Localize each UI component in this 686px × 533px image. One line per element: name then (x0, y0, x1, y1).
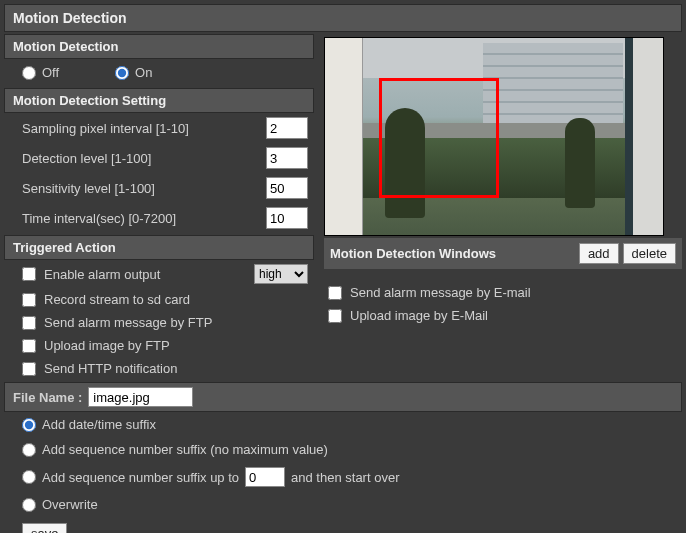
motion-window-box[interactable] (379, 78, 499, 198)
detection-label: Detection level [1-100] (22, 151, 151, 166)
send-ftp-msg-label: Send alarm message by FTP (44, 315, 212, 330)
send-http-checkbox[interactable] (22, 362, 36, 376)
filename-label: File Name : (13, 390, 82, 405)
delete-button[interactable]: delete (623, 243, 676, 264)
sampling-input[interactable] (266, 117, 308, 139)
upload-email-label: Upload image by E-Mail (350, 308, 488, 323)
send-ftp-msg-checkbox[interactable] (22, 316, 36, 330)
add-seq-upto-label-b: and then start over (291, 470, 399, 485)
add-seq-radio[interactable] (22, 443, 36, 457)
camera-preview[interactable] (324, 37, 664, 236)
add-seq-upto-radio[interactable] (22, 470, 36, 484)
motion-on-label: On (135, 65, 152, 80)
preview-label: Motion Detection Windows (330, 246, 496, 261)
time-input[interactable] (266, 207, 308, 229)
enable-alarm-label: Enable alarm output (44, 267, 160, 282)
sensitivity-input[interactable] (266, 177, 308, 199)
send-http-label: Send HTTP notification (44, 361, 177, 376)
send-email-msg-label: Send alarm message by E-mail (350, 285, 531, 300)
motion-header: Motion Detection (4, 34, 314, 59)
motion-off-label: Off (42, 65, 59, 80)
add-date-label: Add date/time suffix (42, 417, 156, 432)
add-date-radio[interactable] (22, 418, 36, 432)
record-sd-label: Record stream to sd card (44, 292, 190, 307)
send-email-msg-checkbox[interactable] (328, 286, 342, 300)
detection-input[interactable] (266, 147, 308, 169)
upload-ftp-checkbox[interactable] (22, 339, 36, 353)
add-seq-upto-input[interactable] (245, 467, 285, 487)
filename-input[interactable] (88, 387, 193, 407)
motion-on-radio[interactable] (115, 66, 129, 80)
overwrite-label: Overwrite (42, 497, 98, 512)
triggered-header: Triggered Action (4, 235, 314, 260)
upload-email-checkbox[interactable] (328, 309, 342, 323)
add-seq-upto-label-a: Add sequence number suffix up to (42, 470, 239, 485)
upload-ftp-label: Upload image by FTP (44, 338, 170, 353)
enable-alarm-checkbox[interactable] (22, 267, 36, 281)
time-label: Time interval(sec) [0-7200] (22, 211, 176, 226)
add-button[interactable]: add (579, 243, 619, 264)
sensitivity-label: Sensitivity level [1-100] (22, 181, 155, 196)
overwrite-radio[interactable] (22, 498, 36, 512)
alarm-level-select[interactable]: high (254, 264, 308, 284)
page-title: Motion Detection (4, 4, 682, 32)
record-sd-checkbox[interactable] (22, 293, 36, 307)
motion-off-radio[interactable] (22, 66, 36, 80)
save-button[interactable]: save (22, 523, 67, 533)
sampling-label: Sampling pixel interval [1-10] (22, 121, 189, 136)
add-seq-label: Add sequence number suffix (no maximum v… (42, 442, 328, 457)
settings-header: Motion Detection Setting (4, 88, 314, 113)
